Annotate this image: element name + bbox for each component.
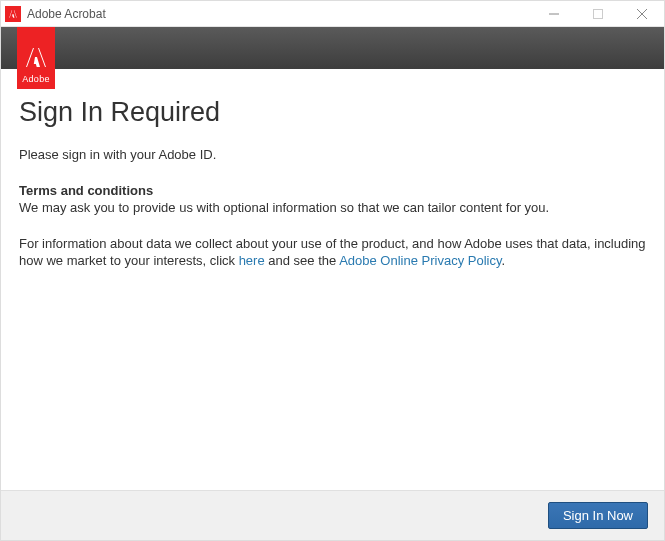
page-title: Sign In Required xyxy=(19,97,646,128)
window-maximize-button[interactable] xyxy=(576,1,620,27)
adobe-app-icon xyxy=(5,6,21,22)
dialog-footer: Sign In Now xyxy=(1,490,664,540)
window-title: Adobe Acrobat xyxy=(27,7,106,21)
data-text-3: . xyxy=(501,253,505,268)
svg-rect-0 xyxy=(594,9,603,18)
data-policy-text: For information about data we collect ab… xyxy=(19,235,646,270)
window-close-button[interactable] xyxy=(620,1,664,27)
window-titlebar: Adobe Acrobat xyxy=(1,1,664,27)
window-minimize-button[interactable] xyxy=(532,1,576,27)
adobe-logo: Adobe xyxy=(17,27,55,89)
data-text-2: and see the xyxy=(265,253,339,268)
privacy-policy-link[interactable]: Adobe Online Privacy Policy xyxy=(339,253,501,268)
terms-body: We may ask you to provide us with option… xyxy=(19,199,646,217)
main-content: Sign In Required Please sign in with you… xyxy=(1,69,664,490)
brand-bar: Adobe xyxy=(1,27,664,69)
sign-in-button[interactable]: Sign In Now xyxy=(548,502,648,529)
here-link[interactable]: here xyxy=(239,253,265,268)
terms-heading: Terms and conditions xyxy=(19,182,646,200)
intro-text: Please sign in with your Adobe ID. xyxy=(19,146,646,164)
adobe-logo-label: Adobe xyxy=(22,74,50,84)
